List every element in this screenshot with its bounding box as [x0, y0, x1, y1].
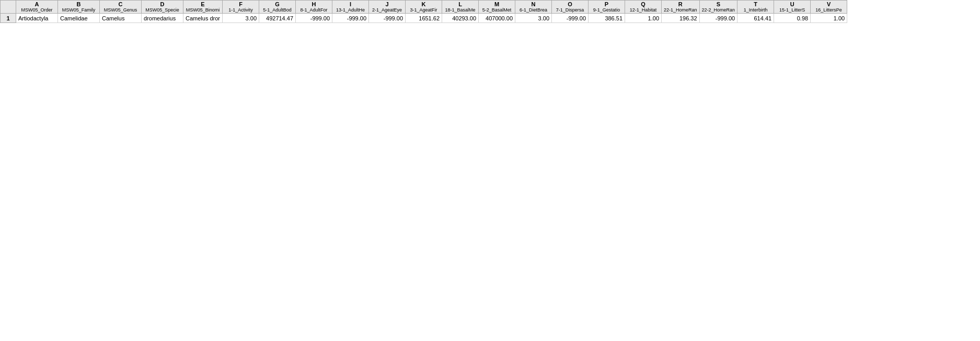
- cell-M-1[interactable]: 407000.00: [479, 14, 515, 23]
- table-row[interactable]: 1ArtiodactylaCamelidaeCamelusdromedarius…: [1, 14, 847, 23]
- cell-A-1[interactable]: Artiodactyla: [16, 14, 58, 23]
- cell-D-1[interactable]: dromedarius: [142, 14, 183, 23]
- col-header-q[interactable]: Q12-1_Habitat: [625, 1, 662, 14]
- col-header-o[interactable]: O7-1_Dispersa: [552, 1, 589, 14]
- cell-O-1[interactable]: -999.00: [552, 14, 589, 23]
- col-header-d[interactable]: DMSW05_Specie: [142, 1, 183, 14]
- cell-C-1[interactable]: Camelus: [100, 14, 142, 23]
- col-header-v[interactable]: V16_LittersPe: [811, 1, 847, 14]
- col-header-p[interactable]: P9-1_Gestatio: [589, 1, 625, 14]
- col-header-f[interactable]: F1-1_Activity: [223, 1, 259, 14]
- cell-U-1[interactable]: 0.98: [774, 14, 811, 23]
- col-header-k[interactable]: K3-1_AgeatFir: [406, 1, 442, 14]
- row-number: 1: [1, 14, 16, 23]
- col-header-j[interactable]: J2-1_AgeatEye: [369, 1, 406, 14]
- col-header-n[interactable]: N6-1_DietBrea: [515, 1, 552, 14]
- col-header-a[interactable]: AMSW05_Order: [16, 1, 58, 14]
- cell-H-1[interactable]: -999.00: [296, 14, 332, 23]
- cell-K-1[interactable]: 1651.62: [406, 14, 442, 23]
- col-header-m[interactable]: M5-2_BasalMet: [479, 1, 515, 14]
- col-header-b[interactable]: BMSW05_Family: [58, 1, 100, 14]
- cell-Q-1[interactable]: 1.00: [625, 14, 662, 23]
- cell-B-1[interactable]: Camelidae: [58, 14, 100, 23]
- cell-T-1[interactable]: 614.41: [737, 14, 774, 23]
- cell-R-1[interactable]: 196.32: [662, 14, 700, 23]
- col-header-l[interactable]: L18-1_BasalMe: [442, 1, 479, 14]
- col-header-s[interactable]: S22-2_HomeRan: [699, 1, 737, 14]
- cell-E-1[interactable]: Camelus dror: [183, 14, 223, 23]
- cell-F-1[interactable]: 3.00: [223, 14, 259, 23]
- cell-S-1[interactable]: -999.00: [699, 14, 737, 23]
- cell-L-1[interactable]: 40293.00: [442, 14, 479, 23]
- cell-G-1[interactable]: 492714.47: [259, 14, 296, 23]
- col-header-t[interactable]: T1_Interbirth: [737, 1, 774, 14]
- col-header-c[interactable]: CMSW05_Genus: [100, 1, 142, 14]
- row-number-header: [1, 1, 16, 14]
- cell-I-1[interactable]: -999.00: [332, 14, 369, 23]
- spreadsheet[interactable]: AMSW05_OrderBMSW05_FamilyCMSW05_GenusDMS…: [0, 0, 980, 23]
- cell-P-1[interactable]: 386.51: [589, 14, 625, 23]
- cell-V-1[interactable]: 1.00: [811, 14, 847, 23]
- data-table: AMSW05_OrderBMSW05_FamilyCMSW05_GenusDMS…: [0, 0, 847, 23]
- col-header-r[interactable]: R22-1_HomeRan: [662, 1, 700, 14]
- col-header-u[interactable]: U15-1_LitterS: [774, 1, 811, 14]
- col-header-e[interactable]: EMSW05_Binomi: [183, 1, 223, 14]
- cell-N-1[interactable]: 3.00: [515, 14, 552, 23]
- cell-J-1[interactable]: -999.00: [369, 14, 406, 23]
- col-header-i[interactable]: I13-1_AdultHe: [332, 1, 369, 14]
- col-header-h[interactable]: H8-1_AdultFor: [296, 1, 332, 14]
- col-header-g[interactable]: G5-1_AdultBod: [259, 1, 296, 14]
